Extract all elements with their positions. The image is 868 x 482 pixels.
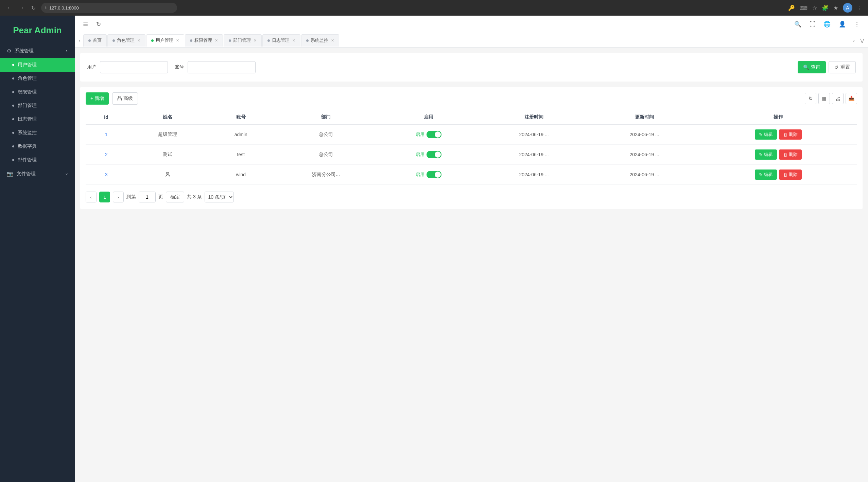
tab-system-monitor[interactable]: 系统监控 ✕ xyxy=(301,34,339,47)
column-settings-button[interactable]: ▦ xyxy=(818,93,830,104)
search-actions: 🔍 查询 ↺ 重置 xyxy=(798,61,856,73)
profile-bookmark-icon[interactable]: ★ xyxy=(833,5,838,11)
add-button[interactable]: + 新增 xyxy=(86,92,109,105)
page-confirm-button[interactable]: 确定 xyxy=(166,192,184,202)
account-search-label: 账号 xyxy=(175,64,184,70)
tabs-more-button[interactable]: ⋁ xyxy=(857,38,867,43)
sidebar-item-dot xyxy=(12,91,14,93)
cell-update-time-1: 2024-06-19 ... xyxy=(589,145,700,165)
print-icon: 🖨 xyxy=(835,96,840,102)
pagination-prev-button[interactable]: ‹ xyxy=(86,192,97,202)
reset-button[interactable]: ↺ 重置 xyxy=(829,61,856,73)
toggle-switch-1[interactable] xyxy=(427,151,441,158)
tab-log-label: 日志管理 xyxy=(272,37,290,43)
sidebar-item-role-management[interactable]: 角色管理 xyxy=(0,72,75,85)
tab-close-permission[interactable]: ✕ xyxy=(215,39,218,42)
edit-button-0[interactable]: ✎ 编辑 xyxy=(755,129,777,140)
column-icon: ▦ xyxy=(822,95,827,102)
delete-icon-0: 🗑 xyxy=(783,132,787,137)
cell-dept-2: 济南分公司... xyxy=(273,165,379,185)
cell-actions-2: ✎ 编辑 🗑 删除 xyxy=(699,165,857,185)
export-button[interactable]: 📤 xyxy=(846,93,857,104)
pagination-page-1-button[interactable]: 1 xyxy=(99,192,110,202)
delete-icon-2: 🗑 xyxy=(783,172,787,177)
tab-home[interactable]: 首页 xyxy=(83,34,107,47)
print-button[interactable]: 🖨 xyxy=(832,93,844,104)
tab-close-user[interactable]: ✕ xyxy=(176,39,179,42)
tab-close-role[interactable]: ✕ xyxy=(137,39,140,42)
sidebar-group-system[interactable]: ⚙ 系统管理 ∧ xyxy=(0,44,75,58)
page-1-label: 1 xyxy=(103,195,106,200)
refresh-icon: ↻ xyxy=(96,21,101,28)
edit-button-2[interactable]: ✎ 编辑 xyxy=(755,169,777,180)
table-refresh-button[interactable]: ↻ xyxy=(805,93,816,104)
table-panel: + 新增 品 高级 ↻ ▦ 🖨 xyxy=(80,87,863,209)
fullscreen-button[interactable]: ⛶ xyxy=(808,20,817,29)
translate-icon[interactable]: ⌨ xyxy=(800,5,808,11)
tab-close-dept[interactable]: ✕ xyxy=(254,39,257,42)
edit-button-1[interactable]: ✎ 编辑 xyxy=(755,149,777,160)
sidebar: Pear Admin ⚙ 系统管理 ∧ 用户管理 角色管理 权限管理 xyxy=(0,16,75,482)
id-link-1[interactable]: 2 xyxy=(105,152,108,157)
cell-account-0: admin xyxy=(208,125,273,145)
tabs-prev-button[interactable]: ‹ xyxy=(76,33,83,47)
tab-close-monitor[interactable]: ✕ xyxy=(331,39,334,42)
toolbar-refresh-button[interactable]: ↻ xyxy=(95,19,102,29)
table-row: 2 测试 test 总公司 启用 2024-06-19 ... 2024-06-… xyxy=(86,145,857,165)
cell-id-1: 2 xyxy=(86,145,127,165)
advanced-button[interactable]: 品 高级 xyxy=(112,92,138,105)
cell-update-time-0: 2024-06-19 ... xyxy=(589,125,700,145)
forward-button[interactable]: → xyxy=(18,3,26,12)
tab-dept-management[interactable]: 部门管理 ✕ xyxy=(224,34,262,47)
top-toolbar: ☰ ↻ 🔍 ⛶ 🌐 👤 ⋮ xyxy=(75,16,868,33)
search-button-query[interactable]: 🔍 查询 xyxy=(798,61,826,73)
id-link-0[interactable]: 1 xyxy=(105,132,108,137)
sidebar-item-role-label: 角色管理 xyxy=(18,75,37,82)
toggle-switch-0[interactable] xyxy=(427,131,441,138)
tab-user-management[interactable]: 用户管理 ✕ xyxy=(146,34,184,47)
menu-toggle-button[interactable]: ☰ xyxy=(82,19,89,29)
sidebar-item-data-dict[interactable]: 数据字典 xyxy=(0,140,75,153)
more-options-button[interactable]: ⋮ xyxy=(853,19,861,29)
sidebar-item-system-monitor[interactable]: 系统监控 xyxy=(0,126,75,140)
refresh-button[interactable]: ↻ xyxy=(30,3,37,13)
action-buttons-2: ✎ 编辑 🗑 删除 xyxy=(705,169,852,180)
sidebar-item-dept-management[interactable]: 部门管理 xyxy=(0,99,75,112)
advanced-btn-label: 品 高级 xyxy=(117,95,133,102)
sidebar-group-file[interactable]: 📷 文件管理 ∨ xyxy=(0,167,75,181)
sidebar-item-permission-management[interactable]: 权限管理 xyxy=(0,85,75,99)
sidebar-item-user-management[interactable]: 用户管理 xyxy=(0,58,75,72)
tab-log-management[interactable]: 日志管理 ✕ xyxy=(262,34,300,47)
back-button[interactable]: ← xyxy=(5,3,14,12)
page-size-select[interactable]: 10 条/页 20 条/页 50 条/页 xyxy=(205,192,234,202)
extensions-icon[interactable]: 🧩 xyxy=(822,5,829,11)
browser-menu-icon[interactable]: ⋮ xyxy=(857,5,863,11)
password-icon[interactable]: 🔑 xyxy=(788,5,795,11)
user-profile-button[interactable]: 👤 xyxy=(837,19,847,29)
user-search-input[interactable] xyxy=(100,61,168,73)
globe-button[interactable]: 🌐 xyxy=(822,19,832,29)
search-icon: 🔍 xyxy=(794,21,801,28)
pagination-next-button[interactable]: › xyxy=(113,192,124,202)
tab-role-management[interactable]: 角色管理 ✕ xyxy=(107,34,145,47)
bookmark-icon[interactable]: ☆ xyxy=(812,5,817,11)
tabs-next-button[interactable]: › xyxy=(850,33,857,47)
more-icon: ⋮ xyxy=(854,21,860,28)
sidebar-item-email-management[interactable]: 邮件管理 xyxy=(0,153,75,167)
toggle-switch-2[interactable] xyxy=(427,171,441,178)
url-bar[interactable]: ℹ 127.0.0.1:8000 xyxy=(41,3,177,13)
browser-avatar[interactable]: A xyxy=(843,3,852,13)
tab-close-log[interactable]: ✕ xyxy=(292,39,295,42)
delete-button-1[interactable]: 🗑 删除 xyxy=(779,149,802,160)
page-goto-input[interactable] xyxy=(139,192,156,202)
delete-button-0[interactable]: 🗑 删除 xyxy=(779,129,802,140)
fullscreen-icon: ⛶ xyxy=(810,21,815,28)
tab-permission-management[interactable]: 权限管理 ✕ xyxy=(185,34,223,47)
sidebar-item-log-management[interactable]: 日志管理 xyxy=(0,112,75,126)
user-search-field: 用户 xyxy=(87,61,168,73)
id-link-2[interactable]: 3 xyxy=(105,172,108,177)
search-button[interactable]: 🔍 xyxy=(793,19,803,29)
delete-button-2[interactable]: 🗑 删除 xyxy=(779,169,802,180)
account-search-input[interactable] xyxy=(188,61,256,73)
tab-role-label: 角色管理 xyxy=(117,37,135,43)
